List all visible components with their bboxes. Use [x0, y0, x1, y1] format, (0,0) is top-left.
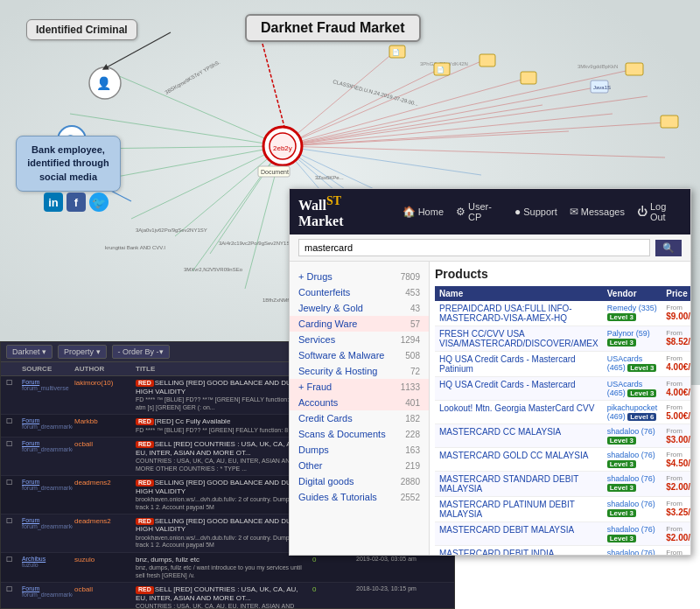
row-title[interactable]: REDSELLING [RED] GOOD BALANCE AND DUMPS …: [134, 478, 311, 512]
col-source[interactable]: SOURCE: [20, 364, 73, 374]
row-source: Forum forum_dreammarket: [20, 516, 73, 530]
vendor-cell: shadaloo (76) Level 3: [603, 424, 662, 448]
product-name[interactable]: Lookout! Mtn. Georgia MasterCard CVV: [439, 403, 594, 413]
cat-services[interactable]: Services 1294: [290, 332, 429, 347]
cat-fraud[interactable]: + Fraud 1133: [290, 379, 429, 395]
product-name[interactable]: MASTERCARD GOLD CC MALAYSIA: [439, 451, 588, 460]
svg-line-8: [192, 146, 283, 271]
table-row: MASTERCARD DEBIT MALAYSIA shadaloo (76) …: [435, 522, 690, 546]
property-select[interactable]: Property ▾: [58, 345, 107, 359]
cat-carding-ware[interactable]: Carding Ware 57: [290, 316, 429, 332]
vendor-cell: pikachupocket (469) Level 6: [603, 401, 662, 424]
row-checkbox[interactable]: ☐: [4, 478, 20, 487]
svg-text:3Aja0v1jv62Po/9gSev2NY1SY: 3Aja0v1jv62Po/9gSev2NY1SY: [136, 228, 207, 233]
row-checkbox[interactable]: ☐: [4, 555, 20, 564]
darknet-select[interactable]: Darknet ▾: [6, 345, 52, 359]
row-title[interactable]: REDSELLING [RED] GOOD BALANCE AND DUMPS …: [134, 378, 311, 412]
svg-point-43: [89, 67, 121, 99]
row-title[interactable]: REDSELL [RED] COUNTRIES : USA, UK, CA, A…: [134, 439, 311, 473]
product-name[interactable]: MASTERCARD DEBIT MALAYSIA: [439, 525, 574, 535]
nav-home[interactable]: 🏠 Home: [402, 206, 444, 218]
wsm-categories: + Drugs 7809 Counterfeits 453 Jewelry & …: [290, 269, 429, 505]
bank-employee-label: Bank employee, identified through social…: [16, 136, 121, 192]
svg-line-26: [283, 146, 481, 175]
product-name[interactable]: MASTERCARD DEBIT INDIA: [439, 549, 555, 556]
cat-counterfeits[interactable]: Counterfeits 453: [290, 284, 429, 300]
row-author: suzulo: [73, 555, 134, 564]
cat-dumps[interactable]: Dumps 163: [290, 442, 429, 458]
svg-line-17: [283, 114, 612, 146]
svg-rect-51: [258, 166, 290, 177]
search-input[interactable]: [298, 239, 650, 256]
facebook-icon[interactable]: f: [66, 192, 86, 212]
vendor-cell: shadaloo (76) Level 3: [603, 472, 662, 497]
cat-jewelry-&-gold[interactable]: Jewelry & Gold 43: [290, 300, 429, 316]
price-cell: From 5.00€/Piece: [662, 401, 690, 424]
product-name[interactable]: FRESH CC/CVV USA VISA/MASTERCARD/DISCOVE…: [439, 329, 598, 348]
cat-digital-goods[interactable]: Digital goods 2880: [290, 473, 429, 489]
cat-security-&-hosting[interactable]: Security & Hosting 72: [290, 363, 429, 379]
wsm-logo-wall: Wall: [298, 198, 326, 213]
svg-line-6: [175, 146, 283, 236]
svg-line-15: [283, 131, 569, 146]
table-row: MASTERCARD PLATINUM DEBIT MALAYSIA shada…: [435, 497, 690, 522]
vendor-cell: shadaloo (76) Level 3: [603, 546, 662, 556]
cat-credit-cards[interactable]: Credit Cards 182: [290, 410, 429, 426]
row-source: Forum forum_dreammarket: [20, 478, 73, 492]
svg-rect-33: [389, 46, 405, 58]
cat-other[interactable]: Other 219: [290, 458, 429, 473]
vendor-cell: Remedy (335) Level 3: [603, 301, 662, 326]
svg-text:3BSKqme9KS7eY YPShS.: 3BSKqme9KS7eY YPShS.: [164, 60, 221, 95]
row-date: 2018-10-23, 10:15 pm: [354, 584, 451, 592]
product-name[interactable]: MASTERCARD CC MALAYSIA: [439, 427, 561, 437]
wsm-header: WallST Market 🏠 Home ⚙ User-CP ● Support…: [290, 189, 690, 234]
product-name[interactable]: PREPAIDCARD USA:FULL INFO-MASTERCARD-VIS…: [439, 304, 572, 323]
row-checkbox[interactable]: ☐: [4, 378, 20, 388]
nav-logout[interactable]: ⏻ Log Out: [637, 201, 682, 222]
vendor-cell: shadaloo (76) Level 3: [603, 522, 662, 546]
cat-guides-&-tutorials[interactable]: Guides & Tutorials 2552: [290, 489, 429, 505]
row-title[interactable]: RED[RED] Cc Fully Available FD **** ™ [B…: [134, 416, 311, 435]
svg-text:3PhGZgP9j YdK42N: 3PhGZgP9j YdK42N: [420, 61, 468, 66]
nav-usercp[interactable]: ⚙ User-CP: [456, 201, 502, 222]
row-title[interactable]: REDSELL [RED] COUNTRIES : USA, UK, CA, A…: [134, 584, 311, 609]
svg-line-11: [283, 70, 438, 146]
order-select[interactable]: - Order By -▾: [112, 345, 170, 359]
product-name[interactable]: HQ USA Credit Cards - Mastercard: [439, 380, 576, 389]
row-checkbox[interactable]: ☐: [4, 439, 20, 449]
product-name[interactable]: MASTERCARD PLATINUM DEBIT MALAYSIA: [439, 500, 575, 519]
svg-rect-39: [591, 80, 608, 93]
cat-software-&-malware[interactable]: Software & Malware 508: [290, 347, 429, 363]
price-cell: From $2.00/Piece: [662, 546, 690, 556]
product-name[interactable]: MASTERCARD STANDARD DEBIT MALAYSIA: [439, 474, 578, 494]
svg-line-22: [283, 146, 350, 192]
nav-support[interactable]: ● Support: [514, 206, 557, 218]
row-author: Markbb: [73, 416, 134, 426]
row-checkbox[interactable]: ☐: [4, 416, 20, 426]
row-checkbox[interactable]: ☐: [4, 584, 20, 594]
svg-line-19: [283, 96, 648, 146]
cat-accounts[interactable]: Accounts 401: [290, 395, 429, 410]
linkedin-icon[interactable]: in: [44, 192, 63, 212]
svg-line-12: [283, 61, 481, 146]
cat-scans-&-documents[interactable]: Scans & Documents 228: [290, 426, 429, 442]
product-name[interactable]: HQ USA Credit Cards - Mastercard Patiniu…: [439, 354, 576, 374]
row-author: ocball: [73, 584, 134, 594]
row-title[interactable]: bnz, dumps, fullz etc bnz, dumps, fullz …: [134, 555, 311, 580]
cat-drugs[interactable]: + Drugs 7809: [290, 269, 429, 284]
svg-line-10: [283, 52, 394, 146]
row-title[interactable]: REDSELLING [RED] GOOD BALANCE AND DUMPS …: [134, 516, 311, 550]
wsm-body: + Drugs 7809 Counterfeits 453 Jewelry & …: [290, 262, 690, 556]
vendor-cell: shadaloo (76) Level 3: [603, 497, 662, 522]
nav-messages[interactable]: ✉ Messages: [570, 206, 625, 218]
vendor-cell: USAcards (465) Level 3: [603, 377, 662, 401]
row-author: deadmens2: [73, 516, 134, 526]
col-title[interactable]: TITLE: [134, 364, 311, 374]
svg-line-14: [283, 105, 542, 146]
row-checkbox[interactable]: ☐: [4, 516, 20, 526]
search-button[interactable]: 🔍: [655, 240, 682, 256]
products-title: Products: [435, 267, 685, 281]
svg-line-18: [283, 70, 630, 146]
col-author[interactable]: AUTHOR: [73, 364, 134, 374]
twitter-icon[interactable]: 🐦: [89, 192, 108, 212]
